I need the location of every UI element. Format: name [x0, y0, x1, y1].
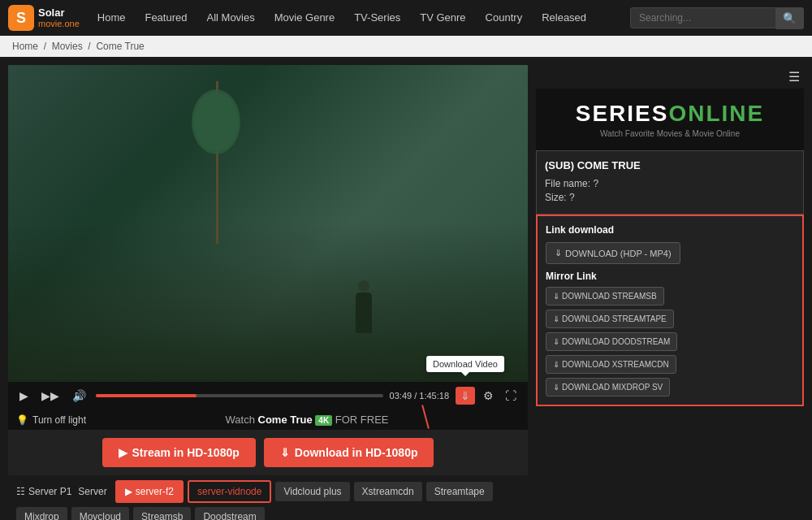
watch-info: Watch Come True 4K FOR FREE [94, 414, 520, 426]
movcloud-label: Movcloud [80, 511, 121, 520]
streamtape-label: Streamtape [434, 486, 485, 497]
download-panel: Link download ⇓ DOWNLOAD (HDP - MP4) Mir… [536, 214, 804, 406]
mirror-title: Mirror Link [546, 271, 794, 282]
4k-badge: 4K [315, 415, 332, 426]
progress-bar[interactable] [96, 394, 383, 397]
stream-play-icon: ▶ [119, 446, 127, 459]
search-button[interactable]: 🔍 [776, 7, 804, 29]
series-logo: SERIESONLINE Watch Favorite Movies & Mov… [536, 89, 804, 150]
fullscreen-button[interactable]: ⛶ [502, 387, 520, 405]
server-vidnode-label: server-vidnode [197, 486, 261, 497]
time-display: 03:49 / 1:45:18 [390, 391, 449, 401]
video-controls: ▶ ▶▶ 🔊 03:49 / 1:45:18 Download Video ⇓ … [8, 382, 528, 410]
nav-movie-genre[interactable]: Movie Genre [265, 0, 344, 36]
logo-text: Solar movie.one [38, 6, 80, 30]
server-tab-doodstream[interactable]: Doodstream [195, 507, 264, 520]
search-input[interactable] [630, 7, 776, 28]
size-value: ? [569, 192, 575, 203]
mirror-streamtape[interactable]: ⇓ DOWNLOAD STREAMTAPE [546, 310, 674, 328]
for-free-text: FOR FREE [335, 414, 389, 426]
volume-button[interactable]: 🔊 [69, 388, 89, 404]
vidcloud-label: Vidcloud plus [283, 486, 341, 497]
mirror-1-label: DOWNLOAD STREAMTAPE [562, 314, 667, 323]
server-tab-streamsb[interactable]: Streamsb [133, 507, 191, 520]
server-tab-vidcloud[interactable]: Vidcloud plus [275, 482, 349, 501]
control-icons: Download Video ⇓ ⚙ ⛶ [456, 387, 520, 405]
video-background [8, 65, 528, 382]
breadcrumb: Home / Movies / Come True [0, 36, 812, 57]
mirror-2-label: DOWNLOAD DOODSTREAM [562, 337, 670, 346]
mirror-xstreamcdn[interactable]: ⇓ DOWNLOAD XSTREAMCDN [546, 355, 676, 374]
stream-buttons: ▶ Stream in HD-1080p ⇓ Download in HD-10… [8, 430, 528, 475]
progress-fill [96, 394, 197, 397]
mirror-streamsb[interactable]: ⇓ DOWNLOAD STREAMSB [546, 287, 664, 306]
light-icon: 💡 [16, 414, 28, 426]
server-f2-label: server-f2 [136, 486, 174, 497]
mirror-buttons: ⇓ DOWNLOAD STREAMSB ⇓ DOWNLOAD STREAMTAP… [546, 287, 794, 396]
main-content: ▶ ▶▶ 🔊 03:49 / 1:45:18 Download Video ⇓ … [0, 57, 812, 520]
server-p1-label: Server P1 [28, 486, 71, 497]
mirror-4-label: DOWNLOAD MIXDROP SV [562, 383, 663, 392]
nav-country[interactable]: Country [476, 0, 533, 36]
breadcrumb-current: Come True [96, 41, 144, 52]
tree-decoration [216, 81, 218, 244]
breadcrumb-home[interactable]: Home [12, 41, 38, 52]
figure-decoration [356, 292, 372, 333]
server-tab-vidnode[interactable]: server-vidnode [188, 480, 271, 503]
watch-text: Watch [226, 414, 255, 426]
logo[interactable]: S Solar movie.one [8, 5, 80, 31]
download-video-button[interactable]: ⇓ [456, 387, 475, 405]
settings-button[interactable]: ⚙ [480, 387, 497, 405]
dl-icon-3: ⇓ [553, 360, 559, 369]
watch-movie-name: Come True [258, 414, 313, 426]
bottom-bar: 💡 Turn off light Watch Come True 4K FOR … [8, 410, 528, 430]
dl-icon-1: ⇓ [553, 314, 559, 323]
dl-icon-4: ⇓ [553, 383, 559, 392]
right-panel: ☰ SERIESONLINE Watch Favorite Movies & M… [536, 65, 804, 520]
panel-header: ☰ [536, 65, 804, 89]
stream-label: Stream in HD-1080p [132, 446, 240, 459]
next-button[interactable]: ▶▶ [38, 388, 63, 404]
series-logo-text: SERIESONLINE [548, 101, 792, 127]
nav-home[interactable]: Home [88, 0, 136, 36]
dl-icon-2: ⇓ [553, 337, 559, 346]
stream-button[interactable]: ▶ Stream in HD-1080p [102, 438, 256, 467]
series-sub: Watch Favorite Movies & Movie Online [548, 129, 792, 138]
nav-all-movies[interactable]: All Movies [197, 0, 265, 36]
nav-released[interactable]: Released [532, 0, 596, 36]
download-hd-button[interactable]: ⇓ Download in HD-1080p [264, 438, 434, 467]
server-tab-mixdrop[interactable]: Mixdrop [16, 507, 67, 520]
video-container[interactable] [8, 65, 528, 382]
mirror-0-label: DOWNLOAD STREAMSB [562, 292, 657, 301]
mirror-mixdrop[interactable]: ⇓ DOWNLOAD MIXDROP SV [546, 378, 670, 396]
server-sub-label: Server [78, 486, 106, 497]
server-tab-server-f2[interactable]: ▶ server-f2 [115, 480, 184, 503]
dl-icon-0: ⇓ [553, 292, 559, 301]
movie-info-panel: (SUB) COME TRUE File name: ? Size: ? [536, 150, 804, 214]
doodstream-label: Doodstream [203, 511, 256, 520]
server-tab-xstreamcdn[interactable]: Xstreamcdn [354, 482, 422, 501]
server-tab-streamtape[interactable]: Streamtape [426, 482, 493, 501]
series-white-text: SERIES [576, 101, 669, 126]
server-label: ☷ Server P1 Server [16, 486, 107, 497]
download-hd-label: Download in HD-1080p [295, 446, 418, 459]
light-toggle[interactable]: 💡 Turn off light [16, 414, 86, 426]
size-label: Size: [545, 192, 567, 203]
play-button[interactable]: ▶ [16, 388, 32, 404]
nav-featured[interactable]: Featured [135, 0, 197, 36]
mirror-doodstream[interactable]: ⇓ DOWNLOAD DOODSTREAM [546, 332, 677, 351]
xstreamcdn-label: Xstreamcdn [362, 486, 414, 497]
tooltip-box: Download Video [426, 356, 504, 372]
series-green-text: ONLINE [668, 101, 764, 126]
file-name-label: File name: [545, 178, 590, 189]
download-tooltip-wrapper: Download Video ⇓ [456, 387, 475, 405]
breadcrumb-movies[interactable]: Movies [52, 41, 83, 52]
mixdrop-label: Mixdrop [24, 511, 59, 520]
server-tab-movcloud[interactable]: Movcloud [71, 507, 129, 520]
main-download-button[interactable]: ⇓ DOWNLOAD (HDP - MP4) [546, 242, 680, 264]
nav-tv-genre[interactable]: TV Genre [410, 0, 475, 36]
nav-tv-series[interactable]: TV-Series [344, 0, 410, 36]
server-grid-icon: ☷ [16, 486, 25, 497]
panel-menu-button[interactable]: ☰ [788, 69, 800, 84]
movie-title-panel: (SUB) COME TRUE [545, 159, 795, 171]
